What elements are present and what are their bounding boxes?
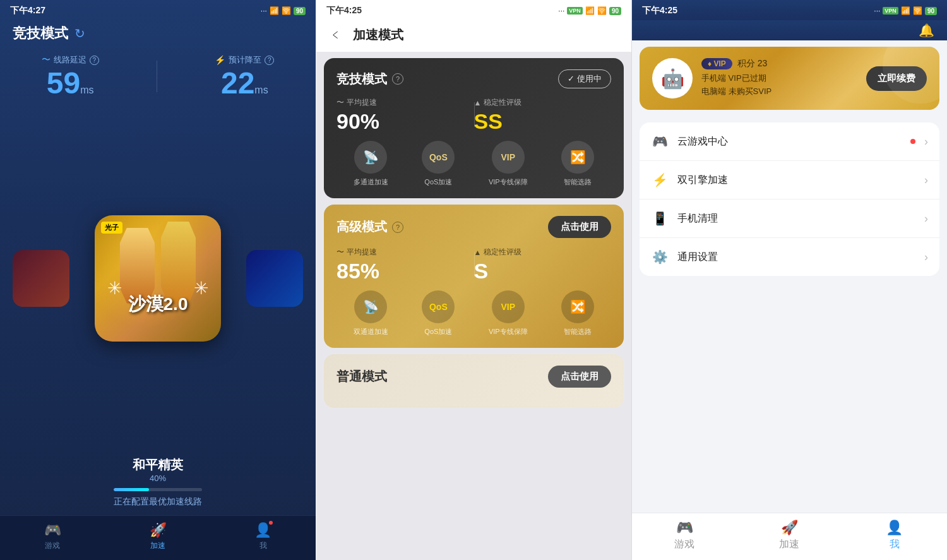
status-icons-2: ··· VPN 📶 🛜 90 bbox=[558, 6, 621, 15]
renew-button[interactable]: 立即续费 bbox=[866, 66, 927, 91]
signal-dots-2: ··· bbox=[558, 6, 564, 15]
profile-icon-3: 👤 bbox=[886, 520, 903, 536]
panel-competitive-mode: 下午4:27 ··· 📶 🛜 90 竞技模式 ↻ 〜 线路延迟 ? 59ms ⚡ bbox=[0, 0, 316, 560]
use-btn-3[interactable]: 点击使用 bbox=[548, 366, 611, 388]
latency-value: 59ms bbox=[42, 68, 99, 98]
vip-card: 🤖 ♦ VIP 积分 23 手机端 VIP已过期 电脑端 未购买SVIP 立即续… bbox=[640, 47, 939, 110]
vip-shield-icon-1: VIP bbox=[492, 141, 525, 174]
time-1: 下午4:27 bbox=[10, 5, 45, 16]
game-card-left[interactable] bbox=[13, 250, 69, 307]
profile-icon-1: 👤 bbox=[254, 522, 271, 538]
panel3-header: 🔔 bbox=[632, 20, 947, 40]
vip-label-2: VIP专线保障 bbox=[489, 327, 528, 337]
signal-dots-3: ··· bbox=[874, 6, 880, 15]
multichannel-icon: 📡 bbox=[354, 141, 387, 174]
speed-wave-2: 〜 bbox=[337, 247, 344, 258]
wifi-icon-2: 🛜 bbox=[597, 6, 607, 15]
chevron-dual: › bbox=[924, 174, 928, 187]
vip-badge-row: ♦ VIP 积分 23 bbox=[701, 58, 857, 69]
feature-vip-2: VIP VIP专线保障 bbox=[489, 290, 528, 337]
signal-dots-1: ··· bbox=[261, 6, 267, 15]
profile-label-3: 我 bbox=[890, 538, 900, 551]
feature-qos: QoS QoS加速 bbox=[422, 141, 455, 187]
panel2-title: 加速模式 bbox=[353, 27, 403, 44]
mode-q-1[interactable]: ? bbox=[392, 73, 403, 85]
predicted-help[interactable]: ? bbox=[265, 56, 274, 65]
latency-help[interactable]: ? bbox=[90, 56, 99, 65]
qos-icon-1: QoS bbox=[422, 141, 455, 174]
vip-label-1: VIP专线保障 bbox=[489, 177, 528, 187]
menu-item-cloud-games[interactable]: 🎮 云游戏中心 › bbox=[640, 122, 939, 161]
avg-speed-stat-2: 〜 平均提速 85% bbox=[337, 247, 474, 282]
predicted-metric: ⚡ 预计降至 ? 22ms bbox=[215, 54, 274, 98]
status-icons-1: ··· 📶 🛜 90 bbox=[261, 6, 306, 15]
feature-vip: VIP VIP专线保障 bbox=[489, 141, 528, 187]
stability-label-1: ▲ 稳定性评级 bbox=[474, 97, 612, 108]
nav-games-3[interactable]: 🎮 游戏 bbox=[632, 520, 737, 551]
robot-avatar: 🤖 bbox=[652, 58, 693, 98]
feature-smart-routing: 🔀 智能选路 bbox=[561, 141, 594, 187]
smart-routing-label-2: 智能选路 bbox=[564, 327, 592, 337]
mode-header-1: 竞技模式 ? ✓ 使用中 bbox=[337, 69, 611, 88]
predicted-value: 22ms bbox=[215, 68, 274, 98]
avg-speed-value-2: 85% bbox=[337, 260, 474, 282]
dual-channel-label: 双通道加速 bbox=[354, 327, 388, 337]
menu-item-dual-engine[interactable]: ⚡ 双引擎加速 › bbox=[640, 161, 939, 200]
mode-stats-2: 〜 平均提速 85% ▲ 稳定性评级 S bbox=[337, 247, 611, 282]
nav-profile-3[interactable]: 👤 我 bbox=[842, 520, 947, 551]
stability-stat-1: ▲ 稳定性评级 SS bbox=[474, 97, 612, 132]
mode-features-1: 📡 多通道加速 QoS QoS加速 VIP VIP专线保障 🔀 智能选路 bbox=[337, 141, 611, 187]
qos-label-2: QoS加速 bbox=[424, 327, 452, 337]
speed-wave-1: 〜 bbox=[337, 97, 344, 108]
mode-card-competitive: 竞技模式 ? ✓ 使用中 〜 平均提速 90% ▲ bbox=[324, 58, 624, 198]
qos-icon-2: QoS bbox=[422, 290, 455, 323]
game-card-right[interactable] bbox=[246, 250, 303, 307]
boost-icon-1: 🚀 bbox=[150, 522, 167, 539]
in-use-btn[interactable]: ✓ 使用中 bbox=[558, 69, 611, 88]
nav-boost-3[interactable]: 🚀 加速 bbox=[737, 520, 842, 551]
menu-item-settings[interactable]: ⚙️ 通用设置 › bbox=[640, 238, 939, 276]
smart-routing-label-1: 智能选路 bbox=[564, 177, 592, 187]
nav-boost-1[interactable]: 🚀 加速 bbox=[105, 522, 211, 551]
nav-games-1[interactable]: 🎮 游戏 bbox=[0, 522, 105, 551]
use-btn-2[interactable]: 点击使用 bbox=[548, 216, 611, 238]
nav-profile-1[interactable]: 👤 我 bbox=[210, 522, 316, 551]
mode-features-2: 📡 双通道加速 QoS QoS加速 VIP VIP专线保障 🔀 智能选路 bbox=[337, 290, 611, 337]
time-2: 下午4:25 bbox=[326, 5, 362, 16]
refresh-icon[interactable]: ↻ bbox=[74, 26, 85, 41]
games-icon-1: 🎮 bbox=[44, 522, 61, 539]
chevron-settings: › bbox=[924, 251, 928, 264]
mode-header-2: 高级模式 ? 点击使用 bbox=[337, 216, 611, 238]
mode-title-group-3: 普通模式 bbox=[337, 368, 387, 385]
progress-bar-fill bbox=[114, 488, 149, 491]
signal-bars-1: 📶 bbox=[270, 6, 279, 15]
qos-label-1: QoS加速 bbox=[424, 177, 452, 187]
stability-stat-2: ▲ 稳定性评级 S bbox=[474, 247, 612, 282]
games-label-1: 游戏 bbox=[45, 540, 60, 551]
wifi-icon-3: 🛜 bbox=[913, 6, 922, 15]
phone-clean-icon: 📱 bbox=[651, 210, 669, 227]
status-bar-2: 下午4:25 ··· VPN 📶 🛜 90 bbox=[316, 0, 631, 20]
time-3: 下午4:25 bbox=[642, 5, 677, 16]
vpn-badge-3: VPN bbox=[883, 7, 898, 15]
mode-card-normal: 普通模式 点击使用 bbox=[324, 354, 624, 408]
menu-item-phone-clean[interactable]: 📱 手机清理 › bbox=[640, 200, 939, 238]
panel2-header: ﹤ 加速模式 bbox=[316, 20, 631, 52]
avg-speed-label-1: 〜 平均提速 bbox=[337, 97, 474, 108]
bell-icon[interactable]: 🔔 bbox=[919, 23, 934, 38]
games-icon-3: 🎮 bbox=[676, 520, 693, 536]
triangle-icon-1: ▲ bbox=[474, 98, 482, 107]
battery-2: 90 bbox=[609, 7, 621, 15]
panel2-scroll[interactable]: 竞技模式 ? ✓ 使用中 〜 平均提速 90% ▲ bbox=[316, 52, 631, 560]
predicted-label: ⚡ 预计降至 ? bbox=[215, 54, 274, 66]
vip-shield-icon-2: VIP bbox=[492, 290, 525, 323]
mode-q-2[interactable]: ? bbox=[392, 222, 403, 233]
game-card-main[interactable]: 光子 ✳ ✳ 沙漠2.0 bbox=[95, 215, 221, 342]
star-left: ✳ bbox=[107, 278, 122, 299]
back-button[interactable]: ﹤ bbox=[329, 25, 343, 44]
multichannel-label: 多通道加速 bbox=[354, 177, 388, 187]
feature-dual-channel: 📡 双通道加速 bbox=[354, 290, 388, 337]
panel1-header: 竞技模式 ↻ bbox=[0, 20, 316, 43]
avg-speed-label-2: 〜 平均提速 bbox=[337, 247, 474, 258]
feature-qos-2: QoS QoS加速 bbox=[422, 290, 455, 337]
